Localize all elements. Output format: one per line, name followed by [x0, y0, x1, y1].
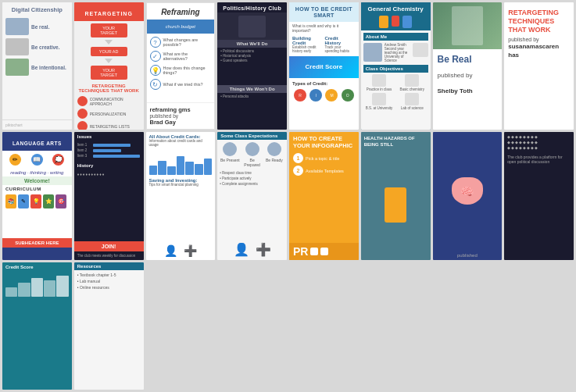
cs-bar-7: [204, 159, 213, 176]
rt-bullet-2: [77, 109, 88, 119]
card-infographic[interactable]: HOW TO CREATE YOUR INFOGRAPHIC 1 Pick a …: [289, 132, 359, 259]
inf-steps: 1 Pick a topic & title 2 Available Templ…: [289, 151, 359, 242]
dc-title: Digital Citizenship: [5, 6, 70, 13]
gc-obj-label-1: Practice in class: [367, 87, 392, 91]
gc-content: About Me Andrew Smith Second year teachi…: [361, 30, 431, 130]
gc-title: General Chemistry: [363, 5, 428, 13]
card-politics-extra[interactable]: ◆◆◆◆◆◆◆◆◆◆◆◆◆◆◆◆◆◆◆◆◆◆◆◆ The club provid…: [504, 132, 574, 259]
card-digital-citizenship[interactable]: Digital Citizenship Be real. Be creative…: [2, 2, 72, 130]
gc-footer-icons: 👤 ➕: [217, 239, 287, 260]
be-real-author: Shelby Toth: [433, 82, 503, 96]
politics-wont-content: • Personal attacks: [217, 93, 287, 130]
cs-col1-title: Building Credit: [292, 36, 323, 45]
gc-exp-icon-3: [267, 142, 281, 156]
card-chemistry-top[interactable]: General Chemistry About Me Andrew Smith …: [361, 2, 431, 130]
dc-label-3: Be intentional.: [31, 65, 66, 70]
gc-exp-label-1: Be Present: [220, 158, 240, 162]
cs-footer-icons: 👤 ➕: [146, 241, 216, 260]
be-real-author-name: Shelby Toth: [438, 87, 473, 94]
card-health-hazards[interactable]: HEALTH HAZARDS OF BEING STILL: [361, 132, 431, 259]
ce2-item-2: • Lab manual: [77, 279, 141, 283]
gc-tube-icon: [402, 16, 412, 28]
be-real-pub-label: published by: [438, 72, 473, 79]
inf-text-1: Pick a topic & title: [306, 156, 339, 161]
gc-obj-label-3: B.S. at University: [366, 106, 393, 110]
ce-bar-1: [5, 287, 17, 297]
cs-col2-text: Track your spending habits: [324, 45, 355, 53]
gc-exp-1: Be Present: [220, 142, 240, 167]
la-subscribe: SUBHEADER HERE: [2, 238, 72, 248]
la-footer-bar: [2, 248, 72, 260]
card-politics-top[interactable]: Politics/History Club What We'll Do • Po…: [217, 2, 287, 130]
dc-item-3: Be intentional.: [5, 59, 69, 76]
gc-expect-title: Some Class Expectations: [217, 132, 287, 140]
gc-exp-2: Be Prepared: [242, 142, 263, 167]
cs-saving-container: Saving and Investing: Tips for smart fin…: [146, 176, 216, 188]
gc-plus-icon: ➕: [256, 242, 271, 257]
card-retargeting[interactable]: RETARGETING YOUR TARGET YOUR AD YOUR TAR…: [74, 2, 144, 130]
ce-chart: [5, 273, 69, 297]
rt-list-2: PERSONALIZATION: [77, 109, 141, 119]
card-retargeting-techniques[interactable]: RETARGETING TECHNIQUES THAT WORK publish…: [504, 2, 574, 130]
gc-about-row: Andrew Smith Second year teaching at the…: [363, 43, 428, 62]
gc-exp-list: • Respect class time • Participate activ…: [217, 169, 287, 187]
cs-types-title: Types of Credit:: [289, 80, 359, 87]
politics-bar-2: Item 2: [77, 148, 141, 152]
gc-exp-label-3: Be Ready: [266, 158, 283, 162]
la-icon-2: 📖: [31, 154, 43, 166]
politics-content: • Political discussions • Historical ana…: [217, 48, 287, 85]
retargeting-title: RETARGETING: [84, 11, 132, 16]
card-be-real[interactable]: Be Real published by Shelby Toth: [433, 2, 503, 130]
card-credit-extra[interactable]: Credit Score: [2, 262, 72, 390]
card-reframing[interactable]: Reframing church budget ? What changes a…: [146, 2, 216, 130]
gc-avatar: [363, 43, 382, 62]
card-language-arts-bottom[interactable]: 🧠 published: [433, 132, 503, 259]
ce2-content: • Textbook chapter 1-5 • Lab manual • On…: [74, 270, 144, 390]
rt-box-2: YOUR AD: [91, 47, 127, 56]
cs-col1-text: Establish credit history early: [292, 45, 323, 53]
la-item-2: ✎: [18, 194, 29, 208]
gc-obj-icon-3: [372, 93, 386, 105]
ce-bar-4: [44, 280, 55, 297]
reframing-published-by: published by: [150, 113, 212, 119]
card-language-arts[interactable]: LANGUAGE ARTS ✏ 📖 💭 reading · thinking ·…: [2, 132, 72, 259]
la-icon-3: 💭: [52, 154, 64, 166]
card-chemistry-bottom[interactable]: Some Class Expectations Be Present Be Pr…: [217, 132, 287, 259]
cs-plus-icon: ➕: [184, 244, 197, 257]
cs-circle-3: M: [325, 89, 338, 102]
gc-beaker-icon: [392, 16, 399, 27]
la-icons-row: ✏ 📖 💭: [2, 151, 72, 169]
politics-what-well-do: What We'll Do: [217, 40, 287, 48]
card-credit-smart-bottom[interactable]: All About Credit Cards: Information abou…: [146, 132, 216, 259]
rt-bullet-3: [77, 121, 88, 130]
card-politics-bottom[interactable]: Issues Item 1 Item 2 Item 3 History ♦♦♦♦…: [74, 132, 144, 259]
gc-obj-3: B.S. at University: [363, 93, 395, 110]
rt-box-1: YOUR TARGET: [91, 23, 127, 37]
la-item-3: 💡: [30, 194, 41, 208]
cs-col-building: Building Credit Establish credit history…: [292, 36, 323, 53]
cs-type-circles: R I M O: [289, 87, 359, 103]
pr-logo: PR: [293, 245, 308, 258]
ce2-item-1: • Textbook chapter 1-5: [77, 273, 141, 277]
rf-text-4: What if we tried this?: [163, 82, 203, 87]
be-real-img-block: [452, 6, 483, 45]
rt-techniques-title: RETARGETING TECHNIQUES THAT WORK: [74, 82, 144, 94]
rf-item-2: ✓ What are the alternatives?: [150, 51, 212, 62]
rf-icon-1: ?: [150, 37, 161, 48]
gc-header: General Chemistry: [361, 2, 431, 30]
politics-thumb: [238, 16, 266, 37]
rf-icon-4: ↻: [150, 79, 161, 90]
politics-img: [217, 12, 287, 40]
rt-box-3: YOUR TARGET: [91, 66, 127, 80]
cs-bar-chart: [146, 149, 216, 176]
cs-bar-2: [158, 161, 166, 176]
card-credit-smart-top[interactable]: HOW TO BE CREDIT SMART What is credit an…: [289, 2, 359, 130]
pb-label-3: Item 3: [77, 154, 91, 158]
inf-step-1: 1 Pick a topic & title: [293, 153, 355, 163]
main-grid: Digital Citizenship Be real. Be creative…: [0, 0, 576, 392]
la-writing-text: reading · thinking · writing: [2, 169, 72, 176]
retargeting-banner: RETARGETING: [74, 2, 144, 21]
gc-exp-3: Be Ready: [264, 142, 284, 167]
card-chemistry-extra[interactable]: Resources • Textbook chapter 1-5 • Lab m…: [74, 262, 144, 390]
gc-expect-grid: Be Present Be Prepared Be Ready: [217, 140, 287, 169]
